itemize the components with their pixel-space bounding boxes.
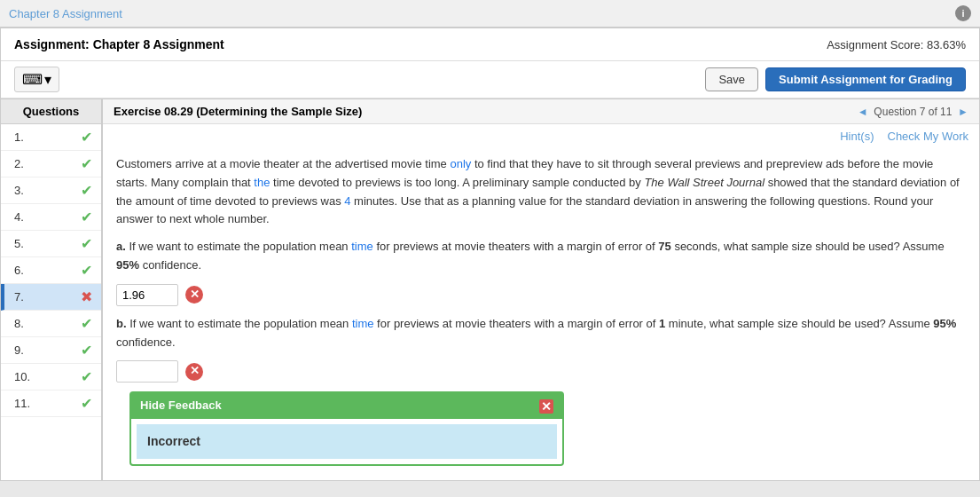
part-a-input[interactable]	[116, 284, 178, 306]
assignment-title: Assignment: Chapter 8 Assignment	[14, 37, 224, 51]
question-item-3[interactable]: 3. ✔	[1, 178, 101, 204]
questions-panel: Questions 1. ✔ 2. ✔ 3. ✔ 4. ✔ 5. ✔	[1, 99, 103, 480]
status-check-5: ✔	[81, 235, 92, 252]
question-num-2: 2.	[14, 157, 24, 170]
feedback-header-text: Hide Feedback	[140, 397, 222, 415]
exercise-title: Exercise 08.29 (Determining the Sample S…	[114, 105, 362, 118]
status-check-11: ✔	[81, 395, 92, 412]
assignment-header: Assignment: Chapter 8 Assignment Assignm…	[1, 28, 979, 61]
part-a-text: a. If we want to estimate the population…	[116, 238, 966, 275]
title-bar: Chapter 8 Assignment i	[0, 0, 980, 28]
exercise-nav: ◄ Question 7 of 11 ►	[858, 106, 968, 118]
toolbar: ⌨ ▾ Save Submit Assignment for Grading	[1, 61, 979, 99]
keyboard-dropdown-arrow: ▾	[44, 71, 51, 88]
info-icon[interactable]: i	[955, 5, 971, 21]
question-num-3: 3.	[14, 184, 24, 197]
question-num-11: 11.	[14, 397, 30, 410]
status-check-8: ✔	[81, 315, 92, 332]
question-num-9: 9.	[14, 343, 24, 357]
part-a-answer-row: ✕	[116, 284, 966, 306]
part-b-error-icon[interactable]: ✕	[185, 363, 203, 381]
exercise-panel: Exercise 08.29 (Determining the Sample S…	[103, 99, 979, 480]
question-item-11[interactable]: 11. ✔	[1, 390, 101, 417]
keyboard-button[interactable]: ⌨ ▾	[14, 67, 59, 92]
question-num-5: 5.	[14, 237, 24, 250]
feedback-header: Hide Feedback ✕	[131, 393, 562, 419]
hint-area: Hint(s) Check My Work	[103, 124, 979, 148]
question-item-6[interactable]: 6. ✔	[1, 257, 101, 284]
part-b-answer-row: ✕	[116, 360, 966, 383]
main-container: Assignment: Chapter 8 Assignment Assignm…	[0, 28, 980, 481]
next-question-link[interactable]: ►	[958, 106, 968, 118]
exercise-header: Exercise 08.29 (Determining the Sample S…	[103, 99, 979, 124]
question-num-7: 7.	[14, 290, 24, 304]
question-content: Customers arrive at a movie theater at t…	[103, 148, 979, 480]
question-item-5[interactable]: 5. ✔	[1, 231, 101, 257]
question-item-4[interactable]: 4. ✔	[1, 204, 101, 231]
toolbar-left: ⌨ ▾	[14, 67, 59, 92]
questions-header: Questions	[1, 99, 101, 124]
question-item-9[interactable]: 9. ✔	[1, 337, 101, 364]
question-num-10: 10.	[14, 370, 30, 383]
part-b-text: b. If we want to estimate the population…	[116, 315, 966, 352]
submit-button[interactable]: Submit Assignment for Grading	[765, 67, 966, 91]
question-item-10[interactable]: 10. ✔	[1, 364, 101, 390]
feedback-body-text: Incorrect	[147, 434, 200, 448]
content-area: Questions 1. ✔ 2. ✔ 3. ✔ 4. ✔ 5. ✔	[1, 99, 979, 480]
status-check-10: ✔	[81, 368, 92, 385]
part-b-input[interactable]	[116, 360, 178, 383]
prev-question-link[interactable]: ◄	[858, 106, 868, 118]
feedback-box: Hide Feedback ✕ Incorrect	[129, 391, 564, 465]
close-icon: ✕	[541, 397, 552, 416]
question-num-4: 4.	[14, 210, 24, 224]
hint-link[interactable]: Hint(s)	[840, 130, 874, 143]
question-item-2[interactable]: 2. ✔	[1, 151, 101, 178]
question-item-1[interactable]: 1. ✔	[1, 124, 101, 151]
question-num-1: 1.	[14, 130, 24, 144]
part-a-error-icon[interactable]: ✕	[185, 286, 203, 304]
status-check-1: ✔	[81, 129, 92, 146]
keyboard-icon: ⌨	[22, 71, 43, 88]
feedback-close-button[interactable]: ✕	[539, 399, 553, 414]
status-check-6: ✔	[81, 262, 92, 279]
question-num-8: 8.	[14, 317, 24, 330]
question-item-7[interactable]: 7. ✖	[1, 284, 101, 311]
status-check-9: ✔	[81, 342, 92, 359]
status-check-4: ✔	[81, 209, 92, 225]
toolbar-right: Save Submit Assignment for Grading	[705, 67, 966, 91]
question-num-6: 6.	[14, 264, 24, 277]
title-bar-text: Chapter 8 Assignment	[9, 7, 122, 20]
save-button[interactable]: Save	[705, 67, 758, 91]
status-check-2: ✔	[81, 155, 92, 172]
feedback-body: Incorrect	[137, 424, 557, 458]
question-para1: Customers arrive at a movie theater at t…	[116, 155, 966, 229]
status-error-7: ✖	[81, 288, 92, 305]
status-check-3: ✔	[81, 182, 92, 199]
assignment-score: Assignment Score: 83.63%	[827, 38, 966, 51]
check-work-link[interactable]: Check My Work	[888, 130, 969, 143]
question-item-8[interactable]: 8. ✔	[1, 311, 101, 337]
